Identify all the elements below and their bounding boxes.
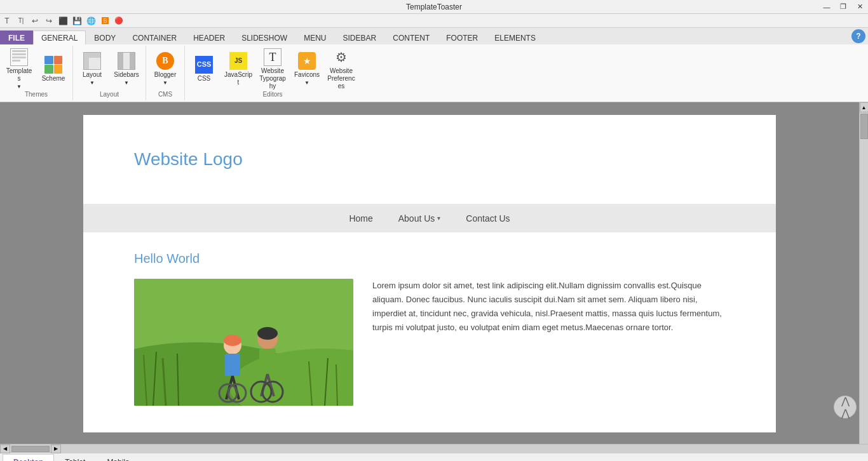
ribbon-content-row: Templates ▼ Scheme (0, 44, 868, 102)
templates-button[interactable]: Templates ▼ (3, 50, 36, 88)
scroll-up-button[interactable]: ▲ (860, 102, 869, 112)
css-label: CSS (198, 75, 211, 83)
sidebars-button[interactable]: Sidebars ▼ (110, 50, 143, 88)
favicons-arrow: ▼ (304, 80, 309, 86)
svg-rect-11 (225, 354, 240, 376)
sidebars-arrow: ▼ (124, 80, 129, 86)
scroll-to-top-button[interactable]: ⋀⋀ (834, 396, 857, 418)
tab-tablet[interactable]: Tablet (54, 454, 96, 462)
app-title: TemplateToaster (406, 3, 462, 11)
scroll-left-button[interactable]: ◀ (0, 444, 10, 453)
site-nav: Home About Us ▾ Contact Us (83, 204, 776, 232)
menu-bar: T T| ↩ ↪ ⬛ 💾 🌐 🅱 🔴 (0, 14, 868, 28)
blogger-icon-small[interactable]: 🅱 (98, 14, 112, 28)
templates-arrow: ▼ (17, 84, 22, 90)
favicons-button[interactable]: ★ Favicons ▼ (290, 50, 323, 88)
ribbon-content: Templates ▼ Scheme (0, 44, 360, 102)
vertical-scrollbar[interactable]: ▲ (859, 102, 868, 444)
nav-item-about[interactable]: About Us ▾ (386, 206, 454, 231)
ribbon-group-layout: Layout ▼ Sidebars ▼ (73, 46, 146, 100)
nav-home-label: Home (349, 213, 372, 224)
templates-label: Templates (5, 67, 33, 83)
tab-mobile[interactable]: Mobile (96, 454, 140, 462)
nav-contact-label: Contact Us (466, 213, 510, 224)
close-button[interactable]: ✕ (851, 0, 868, 14)
tab-desktop[interactable]: Desktop (3, 454, 54, 462)
editors-group-label: Editors (262, 91, 282, 99)
editors-items: CSS CSS JS JavaScript T Web (187, 47, 358, 91)
javascript-button[interactable]: JS JavaScript (222, 50, 255, 88)
nav-about-arrow: ▾ (437, 215, 440, 222)
layout-items: Layout ▼ Sidebars ▼ (76, 47, 143, 91)
site-logo: Website Logo (134, 149, 243, 170)
themes-group-label: Themes (25, 91, 48, 99)
blogger-arrow: ▼ (163, 80, 168, 86)
favicons-label: Favicons (294, 71, 320, 79)
themes-items: Templates ▼ Scheme (3, 47, 70, 91)
status-bar: Desktop Tablet Mobile (0, 453, 868, 461)
tab-footer[interactable]: FOOTER (438, 30, 486, 44)
font-icon[interactable]: T (0, 14, 14, 28)
window-controls: — ❐ ✕ (818, 0, 868, 14)
typography-button[interactable]: T WebsiteTypography (256, 50, 289, 88)
sidebars-label: Sidebars (114, 71, 139, 79)
nav-item-home[interactable]: Home (336, 206, 385, 231)
nav-item-contact[interactable]: Contact Us (453, 206, 522, 231)
preferences-label: WebsitePreferences (327, 67, 355, 90)
ribbon-group-cms: B Blogger ▼ CMS (146, 46, 185, 100)
tab-slideshow[interactable]: SLIDESHOW (233, 30, 295, 44)
help-button[interactable]: ? (851, 29, 865, 43)
content-body: Lorem ipsum dolor sit amet, test link ad… (134, 279, 725, 406)
cms-items: B Blogger ▼ (149, 47, 182, 91)
tab-elements[interactable]: ELEMENTS (486, 30, 544, 44)
css-button[interactable]: CSS CSS (187, 50, 220, 88)
ribbon: FILE GENERAL BODY CONTAINER HEADER SLIDE… (0, 28, 868, 102)
layout-group-label: Layout (100, 91, 119, 99)
site-content: Hello World (83, 232, 776, 425)
layout-label: Layout (83, 71, 102, 79)
svg-point-23 (257, 327, 278, 340)
tab-menu[interactable]: MENU (295, 30, 334, 44)
cms-group-label: CMS (158, 91, 172, 99)
horizontal-scrollbar[interactable]: ◀ ▶ (0, 444, 868, 453)
main-area: Website Logo Home About Us ▾ Contact Us … (0, 102, 868, 444)
tab-content[interactable]: CONTENT (384, 30, 438, 44)
ribbon-tabs: FILE GENERAL BODY CONTAINER HEADER SLIDE… (0, 28, 868, 44)
title-bar: TemplateToaster — ❐ ✕ (0, 0, 868, 14)
typography-label: WebsiteTypography (259, 67, 287, 90)
nav-about-label: About Us (398, 213, 435, 224)
cursor-icon[interactable]: T| (14, 14, 28, 28)
preferences-button[interactable]: ⚙ WebsitePreferences (325, 50, 358, 88)
content-text: Lorem ipsum dolor sit amet, test link ad… (372, 279, 725, 406)
restore-button[interactable]: ❐ (835, 0, 851, 14)
tab-sidebar[interactable]: SIDEBAR (335, 30, 385, 44)
scroll-thumb[interactable] (860, 114, 868, 139)
svg-rect-17 (259, 349, 276, 374)
minimize-button[interactable]: — (818, 0, 835, 14)
ribbon-group-editors: CSS CSS JS JavaScript T Web (185, 46, 360, 100)
scheme-button[interactable]: Scheme (37, 50, 70, 88)
layout-button[interactable]: Layout ▼ (76, 50, 109, 88)
content-image (134, 279, 353, 406)
save-icon[interactable]: 💾 (70, 14, 84, 28)
canvas-wrapper: Website Logo Home About Us ▾ Contact Us … (0, 102, 859, 444)
layout-arrow: ▼ (90, 80, 95, 86)
scheme-label: Scheme (42, 75, 65, 83)
site-header: Website Logo (83, 115, 776, 204)
redo-icon[interactable]: ↪ (42, 14, 56, 28)
h-scroll-thumb[interactable] (11, 446, 50, 452)
web-icon[interactable]: 🌐 (84, 14, 98, 28)
content-title: Hello World (134, 251, 725, 266)
tab-file[interactable]: FILE (0, 30, 33, 44)
undo-icon[interactable]: ↩ (28, 14, 42, 28)
extra-icon[interactable]: 🔴 (112, 14, 126, 28)
tab-general[interactable]: GENERAL (33, 30, 86, 44)
blogger-label: Blogger (154, 71, 176, 79)
canvas: Website Logo Home About Us ▾ Contact Us … (83, 115, 776, 432)
blogger-button[interactable]: B Blogger ▼ (149, 50, 182, 88)
new-icon[interactable]: ⬛ (56, 14, 70, 28)
scroll-right-button[interactable]: ▶ (51, 444, 61, 453)
tab-header[interactable]: HEADER (185, 30, 233, 44)
tab-body[interactable]: BODY (86, 30, 124, 44)
tab-container[interactable]: CONTAINER (124, 30, 185, 44)
